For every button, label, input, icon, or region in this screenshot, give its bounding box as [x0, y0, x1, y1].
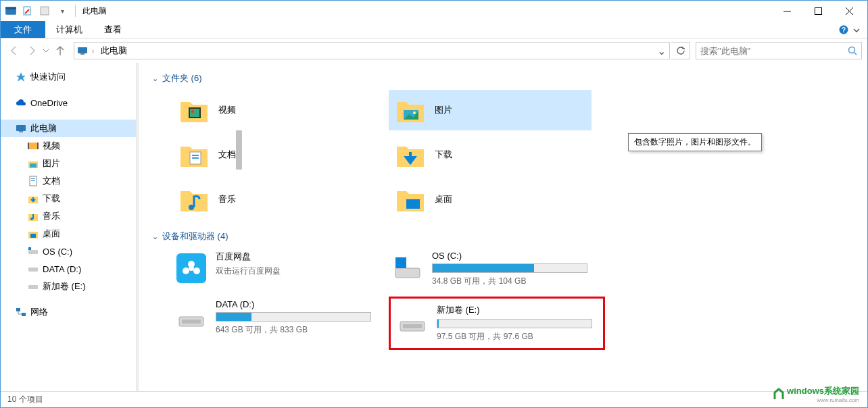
sidebar-item-downloads[interactable]: 下载 [1, 190, 136, 207]
desktop-folder-icon [395, 184, 425, 214]
titlebar: ▾ 此电脑 [1, 1, 867, 21]
refresh-button[interactable] [671, 42, 690, 59]
content-pane: ⌄ 文件夹 (6) 视频 图片 文档 下载 音乐 [139, 63, 867, 391]
qat-properties-icon[interactable] [20, 3, 34, 18]
maximize-button[interactable] [802, 1, 834, 21]
folder-videos[interactable]: 视频 [172, 90, 375, 130]
svg-rect-51 [403, 324, 422, 328]
sidebar-item-desktop[interactable]: 桌面 [1, 225, 136, 243]
svg-rect-19 [31, 180, 35, 181]
svg-rect-25 [28, 250, 38, 254]
explorer-icon [5, 5, 17, 17]
address-bar[interactable]: › 此电脑 ⌄ [74, 42, 670, 59]
search-input[interactable] [700, 46, 848, 56]
svg-point-43 [183, 267, 189, 274]
svg-rect-1 [5, 7, 16, 9]
folder-music[interactable]: 音乐 [172, 179, 375, 220]
nav-history-dropdown[interactable] [41, 43, 51, 59]
qat-dropdown-icon[interactable]: ▾ [55, 3, 70, 18]
breadcrumb-sep-icon: › [92, 47, 94, 55]
sidebar-onedrive[interactable]: OneDrive [1, 94, 136, 111]
group-title: 文件夹 (6) [162, 72, 202, 84]
help-icon[interactable]: ? [839, 25, 848, 34]
drive-c[interactable]: OS (C:) 34.8 GB 可用，共 104 GB [389, 248, 605, 290]
sidebar-item-music[interactable]: 音乐 [1, 207, 136, 225]
drive-os-icon [393, 253, 423, 283]
baidu-icon [176, 253, 206, 283]
svg-rect-8 [80, 53, 85, 55]
titlebar-divider [75, 5, 76, 17]
tab-view[interactable]: 查看 [93, 21, 132, 38]
drive-d[interactable]: DATA (D:) 643 GB 可用，共 833 GB [172, 297, 375, 350]
breadcrumb[interactable]: 此电脑 [98, 45, 130, 57]
drive-name: OS (C:) [432, 251, 601, 261]
address-dropdown-icon[interactable]: ⌄ [656, 45, 667, 57]
usage-bar [216, 312, 371, 322]
search-box[interactable] [696, 42, 862, 59]
folder-downloads[interactable]: 下载 [389, 134, 592, 175]
nav-up-button[interactable] [52, 43, 68, 59]
svg-rect-26 [28, 247, 31, 250]
svg-rect-49 [182, 320, 201, 324]
doc-folder-icon [179, 140, 209, 170]
nav-back-button[interactable] [6, 43, 22, 59]
svg-point-35 [413, 111, 416, 114]
navbar: › 此电脑 ⌄ [1, 39, 867, 63]
sidebar-item-pictures[interactable]: 图片 [1, 155, 136, 172]
sidebar: 快速访问 OneDrive 此电脑 视频 图片 文档 下载 音乐 桌面 OS (… [1, 63, 136, 391]
sidebar-item-drive-d[interactable]: DATA (D:) [1, 260, 136, 278]
tab-file[interactable]: 文件 [1, 21, 45, 38]
svg-rect-37 [192, 155, 199, 156]
sidebar-this-pc[interactable]: 此电脑 [1, 120, 136, 137]
folder-pictures[interactable]: 图片 [389, 90, 592, 130]
statusbar: 10 个项目 [1, 391, 867, 407]
sidebar-item-label: OS (C:) [43, 247, 72, 257]
svg-rect-47 [395, 257, 406, 268]
search-icon[interactable] [848, 46, 857, 55]
minimize-button[interactable] [771, 1, 802, 21]
sidebar-item-label: 下载 [43, 193, 60, 205]
drive-e[interactable]: 新加卷 (E:) 97.5 GB 可用，共 97.6 GB [393, 301, 600, 345]
chevron-down-icon: ⌄ [152, 74, 158, 83]
watermark: windows系统家园 www.ruihaifu.com [772, 385, 859, 403]
star-icon [16, 72, 26, 82]
picture-folder-icon [395, 95, 425, 125]
folder-documents[interactable]: 文档 [172, 134, 375, 175]
drive-baidu[interactable]: 百度网盘 双击运行百度网盘 [172, 248, 375, 290]
sidebar-item-label: 桌面 [43, 228, 60, 240]
svg-rect-14 [37, 143, 39, 149]
item-count: 10 个项目 [7, 394, 43, 405]
video-folder-icon [179, 95, 209, 125]
sidebar-network[interactable]: 网络 [1, 303, 136, 321]
svg-text:?: ? [842, 26, 846, 34]
download-icon [28, 193, 39, 204]
tab-computer[interactable]: 计算机 [45, 21, 93, 38]
svg-rect-11 [19, 131, 23, 132]
sidebar-quick-access[interactable]: 快速访问 [1, 68, 136, 86]
group-drives-header[interactable]: ⌄ 设备和驱动器 (4) [152, 230, 854, 243]
sidebar-item-label: 网络 [30, 306, 48, 318]
folder-desktop[interactable]: 桌面 [389, 179, 592, 220]
music-folder-icon [179, 184, 209, 214]
qat-newfolder-icon[interactable] [37, 3, 52, 18]
svg-rect-29 [16, 308, 20, 311]
download-folder-icon [395, 140, 425, 170]
svg-rect-10 [16, 125, 26, 131]
svg-point-9 [849, 47, 855, 53]
sidebar-item-drive-c[interactable]: OS (C:) [1, 243, 136, 260]
close-button[interactable] [834, 1, 865, 21]
drive-icon [176, 302, 206, 332]
drive-icon [28, 281, 39, 292]
sidebar-item-videos[interactable]: 视频 [1, 137, 136, 155]
folder-label: 文档 [218, 149, 236, 161]
network-icon [16, 307, 26, 317]
sidebar-item-documents[interactable]: 文档 [1, 172, 136, 190]
nav-forward-button[interactable] [24, 43, 40, 59]
svg-rect-40 [406, 199, 420, 209]
watermark-text: windows系统家园 [787, 386, 859, 396]
folder-label: 音乐 [218, 193, 236, 205]
sidebar-item-drive-e[interactable]: 新加卷 (E:) [1, 278, 136, 295]
group-folders-header[interactable]: ⌄ 文件夹 (6) [152, 72, 854, 84]
ribbon-collapse-icon[interactable] [850, 24, 863, 37]
picture-icon [28, 158, 39, 169]
